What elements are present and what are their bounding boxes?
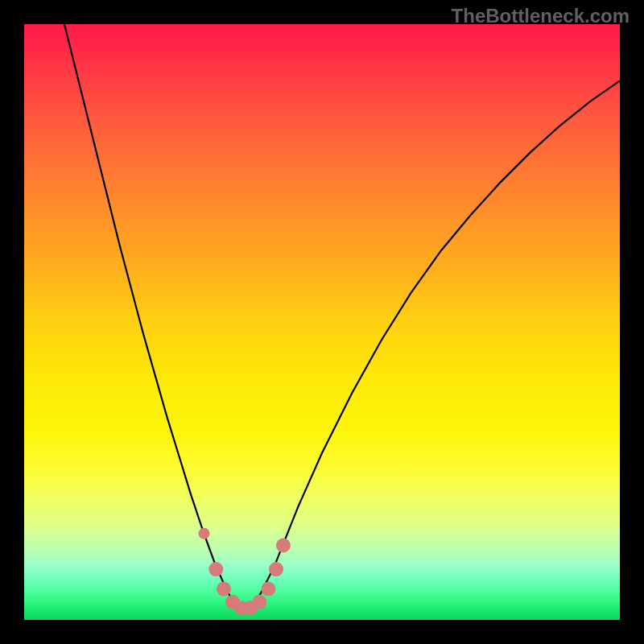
watermark-text: TheBottleneck.com — [452, 5, 630, 27]
marker-point — [252, 595, 266, 609]
marker-point — [261, 582, 275, 597]
chart-plot-area — [24, 24, 620, 620]
marker-point — [198, 528, 209, 539]
bottleneck-curve — [60, 24, 620, 609]
marker-point — [276, 539, 291, 553]
marker-point — [269, 562, 283, 576]
chart-svg — [24, 24, 620, 620]
marker-point — [208, 562, 223, 576]
marker-point — [217, 582, 231, 597]
